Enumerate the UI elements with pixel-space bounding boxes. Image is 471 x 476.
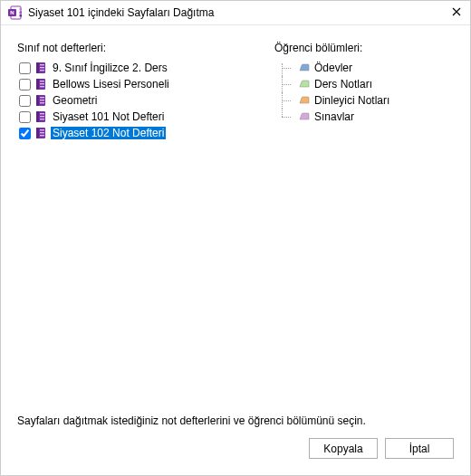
svg-rect-24 — [40, 116, 44, 117]
svg-rect-25 — [40, 119, 44, 119]
close-button[interactable] — [448, 5, 465, 21]
section-label: Dinleyici Notları — [314, 94, 389, 107]
sections-tree: ÖdevlerDers NotlarıDinleyici NotlarıSına… — [274, 60, 454, 398]
section-tab-icon — [298, 80, 311, 89]
notebook-icon — [34, 94, 47, 107]
section-item[interactable]: Sınavlar — [274, 109, 454, 125]
notebook-checkbox[interactable] — [19, 79, 31, 90]
tree-line-icon — [274, 109, 294, 125]
dialog-content: Sınıf not defterleri: 9. Sınıf İngilizce… — [1, 25, 470, 405]
section-tab-icon — [298, 112, 311, 121]
svg-rect-13 — [40, 81, 44, 81]
svg-rect-30 — [40, 135, 44, 136]
notebook-label: Bellows Lisesi Personeli — [51, 78, 171, 90]
sections-header: Öğrenci bölümleri: — [274, 42, 454, 54]
notebooks-header: Sınıf not defterleri: — [17, 42, 253, 54]
notebook-icon — [34, 127, 47, 139]
svg-rect-4 — [20, 12, 23, 14]
svg-rect-14 — [40, 83, 44, 84]
close-icon — [452, 6, 461, 19]
notebook-item[interactable]: Geometri — [17, 92, 253, 109]
svg-rect-5 — [20, 14, 23, 17]
svg-text:N: N — [10, 10, 14, 15]
svg-rect-20 — [40, 102, 44, 103]
section-item[interactable]: Ödevler — [274, 60, 454, 76]
titlebar: N Siyaset 101 içindeki Sayfaları Dağıtma — [1, 1, 470, 25]
notebook-icon — [34, 62, 47, 74]
notebook-label: Geometri — [51, 94, 99, 107]
svg-rect-23 — [40, 113, 44, 114]
notebook-item[interactable]: Bellows Lisesi Personeli — [17, 76, 253, 92]
svg-rect-12 — [36, 79, 39, 90]
svg-rect-3 — [20, 8, 23, 11]
svg-rect-27 — [36, 128, 39, 138]
notebooks-column: Sınıf not defterleri: 9. Sınıf İngilizce… — [17, 42, 253, 398]
notebook-item[interactable]: Siyaset 102 Not Defteri — [17, 125, 253, 141]
section-item[interactable]: Ders Notları — [274, 76, 454, 92]
svg-rect-10 — [40, 70, 44, 71]
notebooks-list: 9. Sınıf İngilizce 2. DersBellows Lisesi… — [17, 60, 253, 398]
section-tab-icon — [298, 63, 311, 72]
svg-rect-18 — [40, 97, 44, 98]
instruction-text: Sayfaları dağıtmak istediğiniz not defte… — [1, 405, 470, 438]
section-label: Sınavlar — [314, 110, 354, 123]
tree-line-icon — [274, 76, 294, 92]
notebook-icon — [34, 110, 47, 123]
notebook-item[interactable]: 9. Sınıf İngilizce 2. Ders — [17, 60, 253, 76]
notebook-label: 9. Sınıf İngilizce 2. Ders — [51, 62, 169, 74]
cancel-button[interactable]: İptal — [385, 438, 454, 459]
notebook-label: Siyaset 102 Not Defteri — [51, 127, 166, 139]
distribute-pages-dialog: N Siyaset 101 içindeki Sayfaları Dağıtma… — [0, 0, 471, 476]
copy-button[interactable]: Kopyala — [309, 438, 378, 459]
dialog-title: Siyaset 101 içindeki Sayfaları Dağıtma — [28, 6, 448, 19]
svg-rect-17 — [36, 95, 39, 106]
notebook-checkbox[interactable] — [19, 111, 31, 123]
svg-rect-15 — [40, 86, 44, 87]
tree-line-icon — [274, 92, 294, 109]
svg-rect-19 — [40, 100, 44, 100]
svg-rect-22 — [36, 111, 39, 122]
tree-line-icon — [274, 60, 294, 76]
section-item[interactable]: Dinleyici Notları — [274, 92, 454, 109]
notebook-checkbox[interactable] — [19, 95, 31, 107]
notebook-checkbox[interactable] — [19, 62, 31, 74]
section-label: Ders Notları — [314, 78, 372, 90]
section-tab-icon — [298, 96, 311, 105]
notebook-checkbox[interactable] — [19, 128, 31, 139]
svg-rect-7 — [36, 62, 39, 73]
notebook-icon — [34, 78, 47, 90]
svg-rect-9 — [40, 67, 44, 68]
notebook-item[interactable]: Siyaset 101 Not Defteri — [17, 109, 253, 125]
sections-column: Öğrenci bölümleri: ÖdevlerDers NotlarıDi… — [274, 42, 454, 398]
svg-rect-8 — [40, 64, 44, 65]
section-label: Ödevler — [314, 62, 352, 74]
notebook-label: Siyaset 101 Not Defteri — [51, 110, 166, 123]
svg-rect-28 — [40, 129, 44, 130]
svg-rect-29 — [40, 132, 44, 133]
dialog-buttons: Kopyala İptal — [1, 438, 470, 475]
onenote-icon: N — [8, 5, 23, 20]
